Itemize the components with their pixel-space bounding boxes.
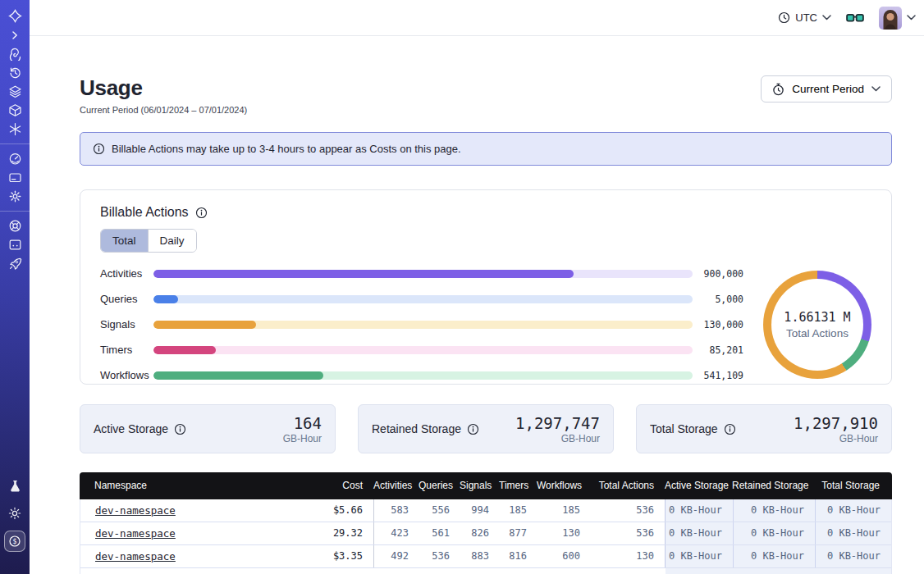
retained-storage-cell: 0 KB-Hour <box>733 499 815 522</box>
glasses-icon[interactable] <box>846 12 864 24</box>
stacks-layers-icon[interactable] <box>4 82 25 101</box>
namespace-link[interactable]: dev-namespace <box>95 527 176 540</box>
schedules-history-icon[interactable] <box>4 63 25 82</box>
table-column-header: Queries <box>419 472 460 499</box>
view-tab[interactable]: Daily <box>148 230 196 252</box>
banner-text: Billable Actions may take up to 3-4 hour… <box>112 143 461 155</box>
settings-gear-icon[interactable] <box>4 187 25 206</box>
bar-value: 541,109 <box>701 370 743 381</box>
storage-card: Active Storage 164 GB-Hour <box>80 404 336 453</box>
bar-fill <box>153 321 256 329</box>
usage-gauge-icon[interactable] <box>4 149 25 168</box>
table-column-header: Total Actions <box>590 472 665 499</box>
bar-label: Activities <box>100 267 153 280</box>
storage-card-unit: GB-Hour <box>283 433 322 444</box>
active-storage-cell: 0 KB-Hour <box>666 499 733 522</box>
workflows-cell: 600 <box>537 545 591 567</box>
retained-storage-cell: 0 KB-Hour <box>733 522 815 544</box>
billable-actions-title: Billable Actions <box>100 205 189 220</box>
timers-cell: 816 <box>500 545 537 567</box>
getting-started-rocket-icon[interactable] <box>4 254 25 273</box>
total-actions-donut-chart: 1.66131 M Total Actions <box>763 271 871 379</box>
namespace-cell: dev-namespace <box>80 499 302 522</box>
bar-label: Workflows <box>100 369 153 381</box>
total-storage-cell: 0 KB-Hour <box>815 499 891 522</box>
queries-cell: 556 <box>419 499 460 522</box>
table-row-partial <box>80 568 891 574</box>
view-toggle: Total Daily <box>100 229 197 253</box>
activities-cell: 492 <box>374 545 419 567</box>
info-icon[interactable] <box>467 423 479 435</box>
chevron-down-icon[interactable] <box>907 15 916 20</box>
nexus-asterisk-icon[interactable] <box>4 120 25 139</box>
table-column-header: Total Storage <box>814 472 890 499</box>
bar-fill <box>153 270 574 278</box>
info-icon[interactable] <box>724 423 736 435</box>
sidebar-divider <box>0 144 30 144</box>
sidebar-divider <box>0 211 30 212</box>
bar-value: 85,201 <box>701 344 743 356</box>
storage-summary-row: Active Storage 164 GB-Hour Retained Stor… <box>80 404 892 453</box>
chevron-down-icon <box>871 86 881 92</box>
activities-cell: 583 <box>374 499 419 522</box>
storage-card: Total Storage 1,297,910 GB-Hour <box>636 404 892 453</box>
pricing-dollar-icon[interactable]: $ <box>4 531 25 552</box>
bar-value: 900,000 <box>701 268 743 280</box>
active-storage-cell: 0 KB-Hour <box>666 545 733 567</box>
workers-cube-icon[interactable] <box>4 101 25 120</box>
info-icon[interactable] <box>174 423 186 435</box>
bar-track <box>153 295 693 303</box>
table-row: dev-namespace 29.32 423 561 826 877 130 … <box>80 522 891 545</box>
view-tab[interactable]: Total <box>101 230 148 252</box>
billing-card-icon[interactable] <box>4 168 25 187</box>
namespace-cell: dev-namespace <box>80 545 302 567</box>
info-icon <box>93 143 105 155</box>
info-icon[interactable] <box>195 207 208 219</box>
temporal-logo-icon[interactable] <box>4 7 25 25</box>
storage-card-label: Retained Storage <box>372 422 461 435</box>
user-avatar[interactable] <box>879 7 902 30</box>
support-lifebuoy-icon[interactable] <box>4 216 25 235</box>
cost-cell: 29.32 <box>302 522 374 544</box>
bar-value: 5,000 <box>701 294 743 305</box>
retained-storage-cell: 0 KB-Hour <box>733 545 815 567</box>
expand-chevron-icon[interactable] <box>4 25 25 44</box>
table-row: dev-namespace $3.35 492 536 883 816 600 … <box>80 545 891 568</box>
namespace-link[interactable]: dev-namespace <box>95 550 176 563</box>
labs-flask-icon[interactable] <box>4 476 25 495</box>
page-title: Usage <box>80 75 247 101</box>
bar-label: Timers <box>100 344 153 356</box>
page-subtitle: Current Period (06/01/2024 – 07/01/2024) <box>80 105 247 115</box>
info-banner: Billable Actions may take up to 3-4 hour… <box>80 132 892 166</box>
queries-cell: 536 <box>419 545 460 567</box>
feedback-message-icon[interactable] <box>4 235 25 254</box>
timezone-selector[interactable]: UTC <box>778 11 831 24</box>
topbar: UTC <box>30 0 924 36</box>
billable-actions-card: Billable Actions Total Daily Activities <box>80 189 892 385</box>
bar-fill <box>153 295 178 303</box>
namespace-usage-table: Namespace Cost Activities Queries Signal… <box>80 472 892 574</box>
donut-total-value: 1.66131 M <box>784 310 850 325</box>
period-selector-button[interactable]: Current Period <box>761 75 892 102</box>
timers-cell: 185 <box>500 499 537 522</box>
bar-track <box>153 371 693 380</box>
bar-row: Queries 5,000 <box>100 293 743 305</box>
queries-cell: 561 <box>419 522 460 544</box>
bar-row: Signals 130,000 <box>100 318 743 330</box>
storage-card-label: Active Storage <box>94 422 168 435</box>
sidebar: $ <box>0 0 30 574</box>
storage-card-unit: GB-Hour <box>794 433 878 444</box>
total-actions-cell: 536 <box>591 522 666 544</box>
storage-card-value: 1,297,910 <box>794 414 878 432</box>
total-storage-cell: 0 KB-Hour <box>815 545 891 567</box>
stopwatch-icon <box>772 83 784 96</box>
theme-sun-icon[interactable] <box>4 503 25 522</box>
bar-row: Activities 900,000 <box>100 267 743 280</box>
table-column-header: Active Storage <box>665 472 732 499</box>
total-actions-cell: 536 <box>591 499 666 522</box>
storage-card-unit: GB-Hour <box>515 433 600 444</box>
namespaces-spiral-icon[interactable] <box>4 44 25 63</box>
namespace-link[interactable]: dev-namespace <box>95 504 176 517</box>
timezone-label: UTC <box>795 11 817 24</box>
table-column-header: Activities <box>373 472 419 499</box>
